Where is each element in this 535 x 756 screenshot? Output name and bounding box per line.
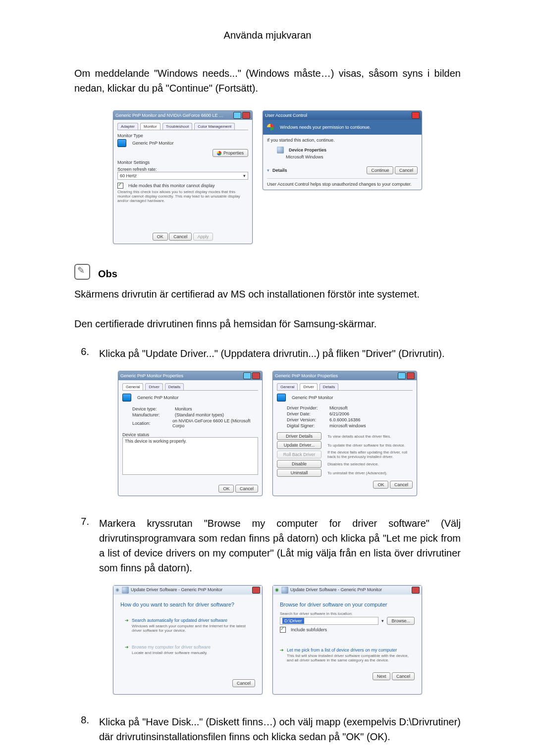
tab-monitor[interactable]: Monitor bbox=[140, 123, 160, 130]
rollback-button[interactable]: Roll Back Driver bbox=[277, 451, 321, 458]
device-status-box: This device is working properly. bbox=[122, 437, 258, 475]
intro-paragraph: Om meddelande "Windows needs..." (Window… bbox=[74, 66, 461, 96]
close-icon[interactable] bbox=[407, 372, 415, 379]
uac-subtext: If you started this action, continue. bbox=[267, 138, 418, 143]
uac-item: Device Properties bbox=[289, 148, 326, 152]
value-version: 6.0.6000.16386 bbox=[329, 417, 361, 422]
hide-modes-label: Hide modes that this monitor cannot disp… bbox=[128, 183, 215, 188]
note-label: Obs bbox=[98, 268, 117, 280]
tab-details[interactable]: Details bbox=[320, 383, 338, 390]
tab-color-mgmt[interactable]: Color Management bbox=[194, 123, 235, 130]
include-subfolders-checkbox[interactable] bbox=[280, 627, 286, 633]
tab-strip: Adapter Monitor Troubleshoot Color Manag… bbox=[117, 123, 248, 130]
minimize-icon[interactable] bbox=[398, 372, 406, 379]
shield-icon bbox=[217, 151, 221, 155]
cancel-button[interactable]: Cancel bbox=[395, 166, 418, 174]
close-icon[interactable] bbox=[252, 587, 260, 594]
refresh-rate-select[interactable]: 60 Hertz▾ bbox=[117, 172, 248, 180]
step-number: 8. bbox=[74, 714, 89, 744]
back-icon[interactable]: ◉ bbox=[275, 588, 279, 593]
option-auto-search[interactable]: Search automatically for updated driver … bbox=[132, 618, 227, 623]
option-pick-list[interactable]: Let me pick from a list of device driver… bbox=[287, 648, 397, 653]
browse-button[interactable]: Browse... bbox=[387, 617, 415, 625]
cancel-button[interactable]: Cancel bbox=[235, 485, 258, 493]
label-version: Driver Version: bbox=[287, 417, 326, 422]
rollback-desc: If the device fails after updating the d… bbox=[327, 450, 413, 459]
step-8-text: Klicka på "Have Disk..." (Diskett finns…… bbox=[99, 714, 461, 744]
ok-button[interactable]: OK bbox=[153, 233, 168, 241]
hide-modes-checkbox[interactable] bbox=[117, 183, 123, 189]
close-icon[interactable] bbox=[252, 372, 260, 379]
update-driver-button[interactable]: Update Driver... bbox=[277, 441, 321, 449]
note-paragraph-2: Den certifierade drivrutinen finns på he… bbox=[74, 316, 461, 331]
option-auto-search-sub: Windows will search your computer and th… bbox=[132, 624, 251, 633]
window-title: Generic PnP Monitor Properties bbox=[120, 373, 183, 378]
wizard-question: How do you want to search for driver sof… bbox=[120, 602, 255, 607]
minimize-icon[interactable] bbox=[233, 112, 241, 119]
hide-modes-note: Clearing this check box allows you to se… bbox=[117, 190, 248, 203]
window-title: Generic PnP Monitor Properties bbox=[275, 373, 338, 378]
label-location: Location: bbox=[132, 421, 169, 426]
monitor-type-label: Monitor Type bbox=[117, 133, 248, 138]
cancel-button[interactable]: Cancel bbox=[169, 233, 192, 241]
cancel-button[interactable]: Cancel bbox=[232, 679, 255, 687]
location-input[interactable]: D:\Driver bbox=[282, 618, 304, 624]
close-icon[interactable] bbox=[412, 587, 420, 594]
tab-troubleshoot[interactable]: Troubleshoot bbox=[162, 123, 192, 130]
step-number: 6. bbox=[74, 346, 89, 361]
disable-button[interactable]: Disable bbox=[277, 460, 321, 468]
tab-details[interactable]: Details bbox=[165, 383, 184, 390]
option-browse[interactable]: Browse my computer for driver software bbox=[132, 645, 211, 650]
figure-1: Generic PnP Monitor and NVIDIA GeForce 6… bbox=[74, 110, 461, 244]
uninstall-button[interactable]: Uninstall bbox=[277, 469, 321, 477]
uac-title: User Account Control bbox=[265, 113, 307, 118]
next-button[interactable]: Next bbox=[373, 672, 391, 680]
chevron-down-icon[interactable]: ▾ bbox=[267, 168, 269, 173]
uac-vendor: Microsoft Windows bbox=[286, 154, 418, 159]
cancel-button[interactable]: Cancel bbox=[390, 481, 413, 489]
wizard-icon bbox=[281, 587, 288, 594]
tab-general[interactable]: General bbox=[122, 383, 143, 390]
value-location: on NVIDIA GeForce 6600 LE (Microsoft Cor… bbox=[172, 418, 258, 428]
value-signer: microsoft windows bbox=[329, 423, 366, 428]
tab-driver[interactable]: Driver bbox=[145, 383, 162, 390]
label-device-type: Device type: bbox=[132, 406, 172, 411]
uac-footer: User Account Control helps stop unauthor… bbox=[267, 178, 418, 187]
label-date: Driver Date: bbox=[287, 411, 326, 416]
label-provider: Driver Provider: bbox=[287, 405, 326, 410]
arrow-icon: ➔ bbox=[125, 618, 129, 623]
arrow-icon: ➔ bbox=[125, 645, 129, 650]
step-number: 7. bbox=[74, 516, 89, 575]
disable-desc: Disables the selected device. bbox=[327, 462, 413, 466]
cancel-button[interactable]: Cancel bbox=[392, 672, 415, 680]
option-pick-list-sub: This list will show installed driver sof… bbox=[287, 654, 415, 662]
close-icon[interactable] bbox=[412, 112, 420, 119]
continue-button[interactable]: Continue bbox=[367, 166, 393, 174]
figure-2: Generic PnP Monitor Properties General D… bbox=[74, 371, 461, 496]
uac-details[interactable]: Details bbox=[272, 168, 287, 173]
tab-driver[interactable]: Driver bbox=[300, 383, 317, 390]
chevron-down-icon[interactable]: ▾ bbox=[381, 618, 384, 623]
driver-details-button[interactable]: Driver Details bbox=[277, 432, 321, 440]
ok-button[interactable]: OK bbox=[218, 485, 234, 493]
close-icon[interactable] bbox=[242, 112, 250, 119]
tab-adapter[interactable]: Adapter bbox=[117, 123, 138, 130]
uac-message: Windows needs your permission to contion… bbox=[280, 125, 371, 130]
properties-button[interactable]: Properties bbox=[213, 149, 248, 157]
page-header: Använda mjukvaran bbox=[0, 30, 535, 41]
arrow-icon: ➔ bbox=[280, 648, 284, 653]
value-provider: Microsoft bbox=[329, 405, 348, 410]
step-7-text: Markera kryssrutan "Browse my computer f… bbox=[99, 516, 461, 575]
update-driver-desc: To update the driver software for this d… bbox=[327, 443, 413, 448]
back-icon[interactable]: ◉ bbox=[115, 588, 119, 593]
wizard-icon bbox=[122, 587, 129, 594]
monitor-settings-label: Monitor Settings bbox=[117, 160, 248, 165]
monitor-name: Generic PnP Monitor bbox=[132, 141, 173, 146]
ok-button[interactable]: OK bbox=[373, 481, 388, 489]
minimize-icon[interactable] bbox=[243, 372, 251, 379]
note-icon bbox=[74, 264, 90, 280]
device-status-label: Device status bbox=[122, 432, 258, 437]
tab-general[interactable]: General bbox=[277, 383, 298, 390]
value-device-type: Monitors bbox=[175, 406, 192, 411]
apply-button[interactable]: Apply bbox=[193, 233, 214, 241]
